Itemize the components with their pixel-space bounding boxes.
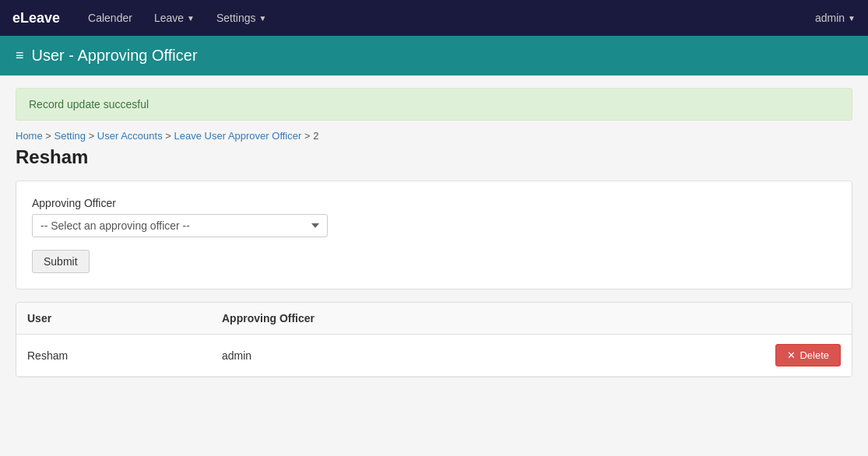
brand[interactable]: eLeave (12, 10, 60, 26)
alert-message: Record update succesful (29, 98, 149, 110)
table-card: User Approving Officer Resham admin ✕ De… (16, 302, 852, 377)
alert-success: Record update succesful (16, 88, 852, 121)
col-header-approving-officer: Approving Officer (211, 303, 735, 335)
nav-settings[interactable]: Settings ▼ (207, 5, 276, 30)
leave-dropdown-arrow: ▼ (187, 14, 195, 23)
nav-menu: Calender Leave ▼ Settings ▼ (79, 5, 815, 30)
approving-officer-group: Approving Officer -- Select an approving… (32, 197, 836, 237)
settings-dropdown-arrow: ▼ (259, 14, 267, 23)
navbar: eLeave Calender Leave ▼ Settings ▼ admin… (0, 0, 868, 36)
page-title: Resham (16, 146, 852, 168)
approving-officer-label: Approving Officer (32, 197, 836, 209)
table-cell-user: Resham (16, 335, 211, 377)
submit-button[interactable]: Submit (32, 250, 90, 273)
page-header-title: User - Approving Officer (32, 47, 198, 65)
delete-button[interactable]: ✕ Delete (775, 344, 841, 367)
form-card: Approving Officer -- Select an approving… (16, 181, 852, 289)
page-header-icon: ≡ (16, 47, 24, 64)
breadcrumb-leave-user-approver-officer[interactable]: Leave User Approver Officer (174, 130, 302, 142)
col-header-action (735, 303, 852, 335)
table-cell-action: ✕ Delete (735, 335, 852, 377)
col-header-user: User (16, 303, 211, 335)
admin-label: admin (815, 12, 845, 24)
content: Record update succesful Home > Setting >… (0, 75, 868, 390)
breadcrumb-home[interactable]: Home (16, 130, 43, 142)
breadcrumb-user-accounts[interactable]: User Accounts (97, 130, 163, 142)
table-header-row: User Approving Officer (16, 303, 852, 335)
page-header: ≡ User - Approving Officer (0, 36, 868, 75)
approving-officer-table: User Approving Officer Resham admin ✕ De… (16, 303, 852, 377)
nav-leave[interactable]: Leave ▼ (145, 5, 204, 30)
admin-menu[interactable]: admin ▼ (815, 12, 856, 24)
admin-dropdown-arrow: ▼ (848, 14, 856, 23)
nav-calender[interactable]: Calender (79, 5, 142, 30)
table-row: Resham admin ✕ Delete (16, 335, 852, 377)
breadcrumb: Home > Setting > User Accounts > Leave U… (16, 130, 852, 142)
delete-icon: ✕ (787, 349, 796, 361)
table-cell-approving-officer: admin (211, 335, 735, 377)
breadcrumb-setting[interactable]: Setting (54, 130, 86, 142)
delete-label: Delete (799, 349, 829, 361)
approving-officer-select[interactable]: -- Select an approving officer -- (32, 214, 328, 237)
